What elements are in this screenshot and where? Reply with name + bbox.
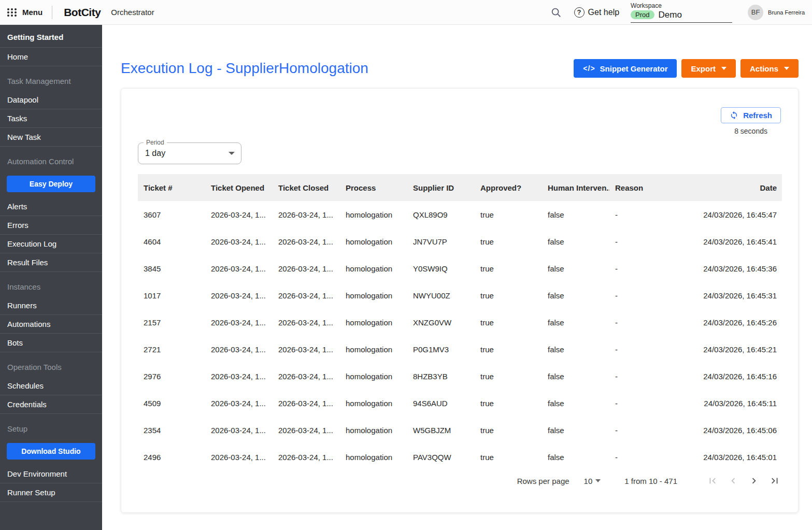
cell-closed: 2026-03-24, 1... [273,372,340,381]
botcity-logo[interactable]: BotCity [64,6,101,19]
cell-reason: - [609,318,677,327]
cell-date: 24/03/2026, 16:45:11 [677,399,782,408]
cell-supplier: 94S6AUD [407,399,475,408]
sidebar-section-operation-tools: Operation Tools [0,352,102,377]
table-row[interactable]: 10172026-03-24, 1...2026-03-24, 1...homo… [138,282,782,309]
cell-closed: 2026-03-24, 1... [273,399,340,408]
table-body: 36072026-03-24, 1...2026-03-24, 1...homo… [138,201,782,470]
table-row[interactable]: 36072026-03-24, 1...2026-03-24, 1...homo… [138,201,782,228]
table-row[interactable]: 29762026-03-24, 1...2026-03-24, 1...homo… [138,363,782,390]
sidebar-item-runners[interactable]: Runners [0,296,102,315]
cell-reason: - [609,453,677,462]
cell-process: homologation [340,372,407,381]
chevron-down-icon [721,67,726,70]
sidebar-item-credentials[interactable]: Credentials [0,395,102,414]
actions-button[interactable]: Actions [740,59,799,78]
chevron-down-icon [229,152,235,155]
previous-page-icon[interactable] [727,475,739,487]
cell-ticket: 2496 [138,453,205,462]
cell-approved: true [475,453,542,462]
cell-reason: - [609,345,677,354]
next-page-icon[interactable] [748,475,760,487]
cell-supplier: P0G1MV3 [407,345,475,354]
sidebar-button-easy-deploy[interactable]: Easy Deploy [7,176,95,192]
search-icon[interactable] [550,7,562,18]
sidebar-item-errors[interactable]: Errors [0,216,102,235]
sidebar-item-automations[interactable]: Automations [0,315,102,334]
sidebar-section-setup: Setup [0,414,102,438]
rows-per-page-select[interactable]: 10 [584,477,601,485]
table-row[interactable]: 38452026-03-24, 1...2026-03-24, 1...homo… [138,255,782,282]
sidebar-item-alerts[interactable]: Alerts [0,197,102,216]
sidebar-item-tasks[interactable]: Tasks [0,109,102,128]
cell-date: 24/03/2026, 16:45:36 [677,264,782,273]
cell-approved: true [475,210,542,219]
cell-human: false [542,372,609,381]
col-header-process[interactable]: Process [340,183,407,192]
first-page-icon[interactable] [706,475,719,487]
cell-human: false [542,237,609,246]
table-row[interactable]: 27212026-03-24, 1...2026-03-24, 1...homo… [138,336,782,363]
sidebar-item-bots[interactable]: Bots [0,334,102,352]
col-header-date[interactable]: Date [677,183,782,192]
cell-closed: 2026-03-24, 1... [273,210,340,219]
cell-date: 24/03/2026, 16:45:01 [677,453,782,462]
cell-process: homologation [340,237,407,246]
cell-opened: 2026-03-24, 1... [205,318,273,327]
get-help-button[interactable]: ? Get help [574,7,619,18]
sidebar-item-runner-setup[interactable]: Runner Setup [0,483,102,502]
cell-approved: true [475,345,542,354]
sidebar-button-download-studio[interactable]: Download Studio [7,443,95,460]
table-row[interactable]: 46042026-03-24, 1...2026-03-24, 1...homo… [138,228,782,255]
cell-date: 24/03/2026, 16:45:16 [677,372,782,381]
sidebar-item-datapool[interactable]: Datapool [0,91,102,109]
last-page-icon[interactable] [768,475,781,487]
sidebar-item-home[interactable]: Home [0,48,102,66]
table-row[interactable]: 45092026-03-24, 1...2026-03-24, 1...homo… [138,390,782,417]
cell-process: homologation [340,291,407,300]
sidebar-item-execution-log[interactable]: Execution Log [0,235,102,253]
col-header-opened[interactable]: Ticket Opened [205,183,273,192]
avatar: BF [748,5,763,20]
cell-approved: true [475,318,542,327]
menu-button[interactable]: Menu [22,8,42,17]
cell-human: false [542,345,609,354]
cell-human: false [542,399,609,408]
col-header-reason[interactable]: Reason [609,183,677,192]
cell-supplier: XNZG0VW [407,318,475,327]
apps-grid-icon[interactable] [7,8,17,17]
cell-date: 24/03/2026, 16:45:47 [677,210,782,219]
sidebar-item-result-files[interactable]: Result Files [0,253,102,272]
workspace-select[interactable]: Prod Demo [631,10,732,23]
cell-date: 24/03/2026, 16:45:26 [677,318,782,327]
sidebar-section-getting-started[interactable]: Getting Started [0,25,102,48]
cell-reason: - [609,210,677,219]
sidebar-item-schedules[interactable]: Schedules [0,377,102,395]
main-content: Execution Log - SupplierHomologation </>… [102,25,812,530]
refresh-interval: 8 seconds [734,127,767,135]
user-menu[interactable]: BF Bruna Ferreira [748,5,805,20]
col-header-closed[interactable]: Ticket Closed [273,183,340,192]
sidebar-item-new-task[interactable]: New Task [0,128,102,147]
table-row[interactable]: 21572026-03-24, 1...2026-03-24, 1...homo… [138,309,782,336]
col-header-approved[interactable]: Approved? [475,183,542,192]
sidebar-item-dev-environment[interactable]: Dev Environment [0,465,102,483]
refresh-icon [730,111,738,120]
export-button[interactable]: Export [681,59,736,78]
sidebar-section-instances: Instances [0,272,102,296]
cell-process: homologation [340,318,407,327]
table-row[interactable]: 23542026-03-24, 1...2026-03-24, 1...homo… [138,417,782,443]
product-name: Orchestrator [111,8,154,17]
sidebar-section-automation-control: Automation Control [0,147,102,171]
cell-ticket: 1017 [138,291,205,300]
snippet-generator-button[interactable]: </> Snippet Generator [574,59,677,78]
col-header-ticket[interactable]: Ticket # [138,183,205,192]
refresh-button[interactable]: Refresh [721,107,781,123]
top-bar: Menu BotCity Orchestrator ? Get help Wor… [0,0,812,25]
table-row[interactable]: 24962026-03-24, 1...2026-03-24, 1...homo… [138,443,782,470]
cell-process: homologation [340,345,407,354]
col-header-human[interactable]: Human Interven... [542,183,609,192]
col-header-supplier[interactable]: Supplier ID [407,183,475,192]
cell-human: false [542,210,609,219]
period-select[interactable]: Period 1 day [138,142,241,164]
